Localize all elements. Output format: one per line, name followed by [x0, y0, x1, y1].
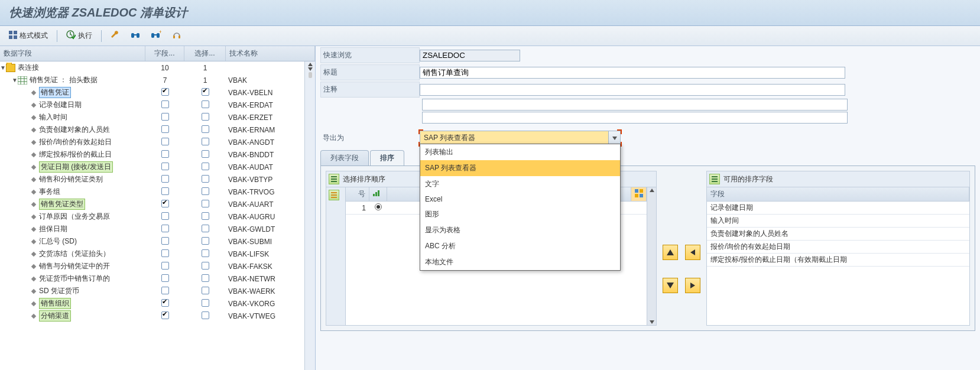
panel-list-icon[interactable]	[329, 174, 339, 184]
tree-table-row[interactable]: ▼销售凭证 ： 抬头数据 7 1 VBAK	[0, 74, 304, 86]
available-field-row[interactable]: 绑定投标/报价的截止日期（有效期截止日期	[707, 254, 969, 267]
select-checkbox[interactable]	[202, 125, 209, 133]
select-checkbox[interactable]	[202, 150, 209, 158]
dropdown-option[interactable]: 文字	[420, 176, 620, 192]
select-checkbox[interactable]	[202, 138, 209, 145]
expand-icon[interactable]: ▼	[12, 77, 18, 83]
grid-scrollbar[interactable]	[647, 187, 656, 325]
dropdown-option[interactable]: 列表输出	[420, 144, 620, 160]
binoculars-button[interactable]	[126, 28, 144, 43]
tree-field-row[interactable]: 销售与分销凭证中的开VBAK-FAKSK	[0, 260, 304, 272]
select-checkbox[interactable]	[202, 88, 209, 96]
available-field-row[interactable]: 记录创建日期	[707, 202, 969, 215]
drag-handle-icon[interactable]	[309, 72, 312, 78]
scroll-down-icon[interactable]	[308, 67, 313, 71]
tree-field-row[interactable]: 销售和分销凭证类别VBAK-VBTYP	[0, 173, 304, 186]
tree-field-row[interactable]: 交货冻结（凭证抬头）VBAK-LIFSK	[0, 248, 304, 260]
list-checkbox[interactable]	[161, 225, 169, 232]
col-toolbar-icon[interactable]	[631, 187, 647, 201]
list-checkbox[interactable]	[161, 212, 169, 220]
tree-field-row[interactable]: 负责创建对象的人员姓VBAK-ERNAM	[0, 124, 304, 136]
select-checkbox[interactable]	[202, 163, 209, 170]
col-field[interactable]: 字段	[707, 187, 969, 201]
tree-body[interactable]: ▼表连接 10 1 ▼销售凭证 ： 抬头数据 7 1 VBAK 销售凭证VBAK…	[0, 61, 304, 370]
select-checkbox[interactable]	[202, 113, 209, 121]
list-checkbox[interactable]	[161, 287, 169, 294]
tree-field-row[interactable]: 输入时间VBAK-ERZET	[0, 111, 304, 124]
avail-grid-body[interactable]: 记录创建日期输入时间负责创建对象的人员姓名报价/询价的有效起始日期绑定投标/报价…	[707, 202, 969, 325]
tree-field-row[interactable]: 订单原因（业务交易原VBAK-AUGRU	[0, 210, 304, 223]
select-checkbox[interactable]	[202, 287, 209, 294]
scroll-down-icon[interactable]	[650, 320, 654, 324]
list-checkbox[interactable]	[161, 138, 169, 145]
list-checkbox[interactable]	[161, 274, 169, 282]
list-checkbox[interactable]	[161, 88, 169, 96]
list-checkbox[interactable]	[161, 163, 169, 170]
tool-button-1[interactable]	[106, 28, 124, 43]
dropdown-option[interactable]: 显示为表格	[420, 222, 620, 238]
tree-field-row[interactable]: 凭证日期 (接收/发送日VBAK-AUDAT	[0, 161, 304, 173]
list-checkbox[interactable]	[161, 175, 169, 183]
list-checkbox[interactable]	[161, 125, 169, 133]
tree-field-row[interactable]: 分销渠道VBAK-VTWEG	[0, 310, 304, 322]
dropdown-option[interactable]: 本地文件	[420, 254, 620, 270]
move-up-button[interactable]	[663, 245, 678, 260]
list-checkbox[interactable]	[161, 187, 169, 195]
scroll-up-icon[interactable]	[308, 63, 313, 66]
tree-field-row[interactable]: 报价/询价的有效起始日VBAK-ANGDT	[0, 136, 304, 148]
panel-list-icon[interactable]	[709, 174, 720, 184]
tree-field-row[interactable]: 凭证货币中销售订单的VBAK-NETWR	[0, 272, 304, 285]
tab-sort-order[interactable]: 排序	[370, 150, 404, 165]
select-checkbox[interactable]	[202, 274, 209, 282]
scroll-up-icon[interactable]	[650, 189, 654, 192]
tree-field-row[interactable]: SD 凭证货币VBAK-WAERK	[0, 285, 304, 297]
select-checkbox[interactable]	[202, 299, 209, 307]
list-checkbox[interactable]	[161, 237, 169, 245]
tree-root-row[interactable]: ▼表连接 10 1	[0, 61, 304, 74]
select-checkbox[interactable]	[202, 311, 209, 319]
select-checkbox[interactable]	[202, 175, 209, 183]
list-checkbox[interactable]	[161, 262, 169, 270]
col-field[interactable]: 字段...	[145, 46, 184, 61]
list-checkbox[interactable]	[161, 249, 169, 257]
tree-field-row[interactable]: 销售组织VBAK-VKORG	[0, 297, 304, 310]
comment-input-3[interactable]	[422, 112, 848, 124]
select-checkbox[interactable]	[202, 262, 209, 270]
format-mode-button[interactable]: 格式模式	[5, 29, 52, 43]
title-input[interactable]	[420, 67, 845, 79]
select-checkbox[interactable]	[202, 237, 209, 245]
dropdown-option[interactable]: SAP 列表查看器	[420, 160, 620, 176]
sort-radio[interactable]	[375, 203, 382, 210]
available-field-row[interactable]: 负责创建对象的人员姓名	[707, 228, 969, 241]
list-checkbox[interactable]	[161, 150, 169, 158]
headset-button[interactable]	[168, 28, 186, 43]
tree-field-row[interactable]: 销售凭证类型VBAK-AUART	[0, 198, 304, 210]
col-tech-name[interactable]: 技术名称	[226, 46, 315, 61]
list-checkbox[interactable]	[161, 311, 169, 319]
col-select[interactable]: 选择...	[184, 46, 226, 61]
select-checkbox[interactable]	[202, 200, 209, 207]
available-field-row[interactable]: 报价/询价的有效起始日期	[707, 241, 969, 254]
list-checkbox[interactable]	[161, 299, 169, 307]
dropdown-option[interactable]: ABC 分析	[420, 238, 620, 254]
col-num[interactable]: 号	[346, 187, 369, 201]
list-checkbox[interactable]	[161, 200, 169, 207]
move-down-button[interactable]	[663, 278, 678, 293]
select-checkbox[interactable]	[202, 212, 209, 220]
row-tool-icon[interactable]	[329, 190, 339, 200]
export-dropdown[interactable]: SAP 列表查看器 列表输出SAP 列表查看器文字Excel图形显示为表格ABC…	[420, 131, 621, 145]
dropdown-option[interactable]: Excel	[420, 192, 620, 206]
tree-field-row[interactable]: 记录创建日期VBAK-ERDAT	[0, 99, 304, 111]
expand-icon[interactable]: ▼	[0, 64, 6, 71]
list-checkbox[interactable]	[161, 100, 169, 108]
tree-field-row[interactable]: 销售凭证VBAK-VBELN	[0, 86, 304, 99]
list-checkbox[interactable]	[161, 113, 169, 121]
comment-input-1[interactable]	[420, 84, 845, 96]
col-data-field[interactable]: 数据字段	[0, 46, 145, 61]
tree-scrollbar[interactable]	[304, 61, 315, 370]
binoculars-plus-button[interactable]: +	[147, 28, 166, 43]
move-left-button[interactable]	[685, 245, 700, 260]
available-field-row[interactable]: 输入时间	[707, 215, 969, 228]
select-checkbox[interactable]	[202, 249, 209, 257]
tree-field-row[interactable]: 绑定投标/报价的截止日VBAK-BNDDT	[0, 148, 304, 161]
